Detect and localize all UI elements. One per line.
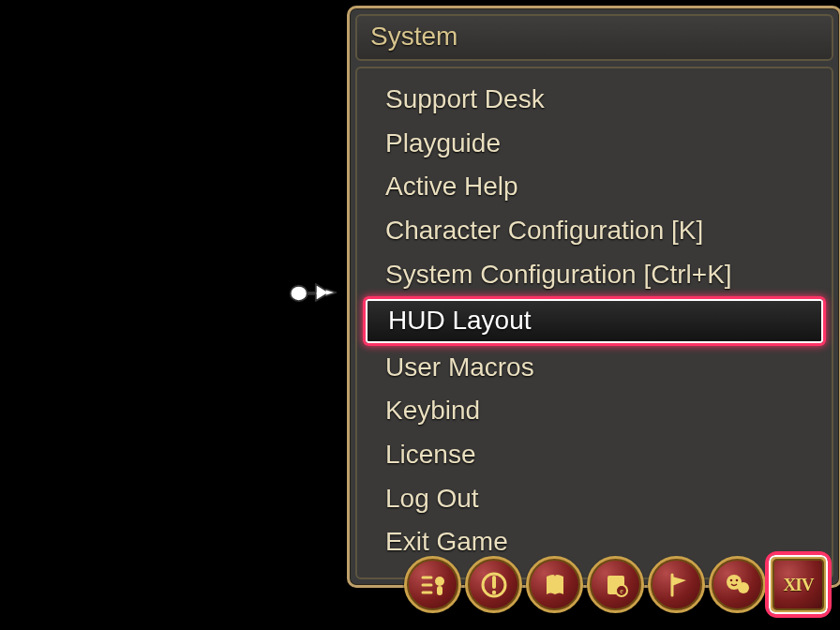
svg-point-14: [738, 582, 749, 593]
svg-point-0: [291, 286, 308, 301]
notice-icon[interactable]: [465, 556, 522, 613]
flag-icon[interactable]: [648, 556, 705, 613]
menu-item-keybind[interactable]: Keybind: [368, 389, 820, 433]
duty-finder-icon[interactable]: [404, 556, 461, 613]
svg-rect-5: [437, 586, 442, 595]
menu-item-playguide[interactable]: Playguide: [368, 122, 820, 166]
system-icon-label: XIV: [784, 575, 814, 595]
menu-title: System: [355, 14, 833, 61]
svg-point-15: [729, 578, 732, 581]
svg-point-16: [735, 578, 738, 581]
menu-item-character-config[interactable]: Character Configuration [K]: [368, 209, 820, 253]
social-icon[interactable]: [709, 556, 766, 613]
menu-item-hud-layout[interactable]: HUD Layout: [363, 296, 826, 346]
svg-point-4: [435, 577, 444, 586]
menu-item-active-help[interactable]: Active Help: [368, 165, 820, 209]
menu-item-log-out[interactable]: Log Out: [368, 477, 820, 521]
svg-point-8: [491, 590, 495, 593]
svg-text:e: e: [620, 587, 623, 595]
cursor-hand-icon: [287, 274, 341, 311]
menu-item-license[interactable]: License: [368, 433, 820, 477]
main-menu-tray: e XIV: [404, 556, 827, 613]
system-menu: System Support Desk Playguide Active Hel…: [347, 6, 840, 588]
handbook-icon[interactable]: e: [587, 556, 644, 613]
menu-item-system-config[interactable]: System Configuration [Ctrl+K]: [368, 253, 820, 297]
system-icon[interactable]: XIV: [770, 556, 827, 613]
menu-body: Support Desk Playguide Active Help Chara…: [355, 67, 833, 579]
journal-icon[interactable]: [526, 556, 583, 613]
menu-item-support-desk[interactable]: Support Desk: [368, 78, 820, 122]
menu-item-user-macros[interactable]: User Macros: [368, 346, 820, 390]
